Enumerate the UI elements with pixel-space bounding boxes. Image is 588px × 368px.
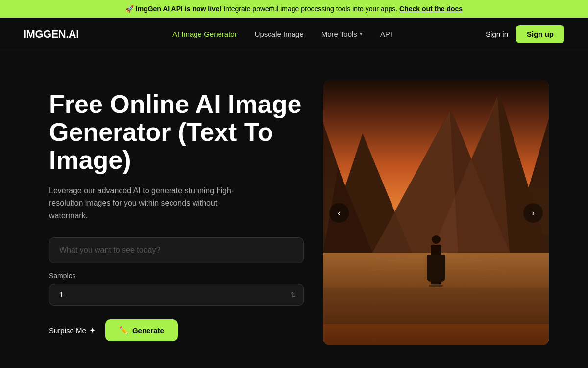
- hero-buttons: Surpise Me ✦ ✏️ Generate: [49, 319, 304, 341]
- signin-button[interactable]: Sign in: [486, 30, 508, 38]
- scene: [323, 80, 549, 345]
- nav-more-tools-dropdown[interactable]: More Tools ▾: [321, 30, 363, 38]
- mountains-svg: [323, 94, 549, 253]
- person-figure: [429, 235, 443, 287]
- figure-head: [432, 235, 441, 244]
- prompt-input-wrapper[interactable]: [49, 237, 304, 263]
- figure-coat: [427, 255, 445, 282]
- announcement-rocket: 🚀: [125, 5, 134, 13]
- nav-links: AI Image Generator Upscale Image More To…: [172, 30, 392, 39]
- announcement-link[interactable]: Check out the docs: [399, 5, 463, 13]
- samples-label: Samples: [49, 272, 304, 280]
- figure-shadow: [429, 284, 443, 287]
- surprise-me-button[interactable]: Surpise Me ✦: [49, 326, 96, 335]
- svg-marker-7: [372, 111, 458, 253]
- announcement-normal-text2: Integrate powerful image processing tool…: [223, 5, 397, 13]
- generate-button[interactable]: ✏️ Generate: [105, 319, 178, 341]
- nav-link-ai-image-generator[interactable]: AI Image Generator: [172, 30, 237, 38]
- logo: IMGGEN.AI: [24, 28, 79, 41]
- nav-link-upscale-image[interactable]: Upscale Image: [255, 30, 304, 38]
- samples-select-wrapper: 1 2 3 4 ⇅: [49, 284, 304, 306]
- carousel-next-button[interactable]: ›: [523, 203, 543, 223]
- hero-left: Free Online AI Image Generator (Text To …: [49, 80, 304, 341]
- nav-item-upscale-image[interactable]: Upscale Image: [255, 30, 304, 39]
- generate-label: Generate: [132, 326, 164, 335]
- announcement-bold-text: ImgGen AI API is now live!: [136, 5, 222, 13]
- sparkle-icon: ✦: [89, 326, 96, 335]
- nav-actions: Sign in Sign up: [486, 25, 564, 43]
- nav-item-ai-image-generator[interactable]: AI Image Generator: [172, 30, 237, 39]
- signup-button[interactable]: Sign up: [516, 25, 564, 43]
- surprise-label: Surpise Me: [49, 326, 86, 335]
- hero-section: Free Online AI Image Generator (Text To …: [0, 51, 588, 368]
- announcement-bar: 🚀 ImgGen AI API is now live! Integrate p…: [0, 0, 588, 18]
- hero-title: Free Online AI Image Generator (Text To …: [49, 90, 304, 175]
- prompt-input[interactable]: [59, 246, 294, 255]
- figure-body: [431, 245, 441, 284]
- nav-more-tools-label: More Tools: [321, 30, 357, 38]
- hero-subtitle: Leverage our advanced AI to generate stu…: [49, 184, 255, 222]
- carousel-prev-button[interactable]: ‹: [329, 203, 349, 223]
- pencil-icon: ✏️: [119, 326, 128, 335]
- navbar: IMGGEN.AI AI Image Generator Upscale Ima…: [0, 18, 588, 51]
- nav-link-api[interactable]: API: [380, 30, 392, 38]
- chevron-down-icon: ▾: [360, 31, 363, 37]
- nav-item-api[interactable]: API: [380, 30, 392, 39]
- hero-image-carousel: ‹ ›: [323, 80, 549, 345]
- nav-item-more-tools[interactable]: More Tools ▾: [321, 30, 363, 38]
- samples-select[interactable]: 1 2 3 4: [49, 284, 304, 306]
